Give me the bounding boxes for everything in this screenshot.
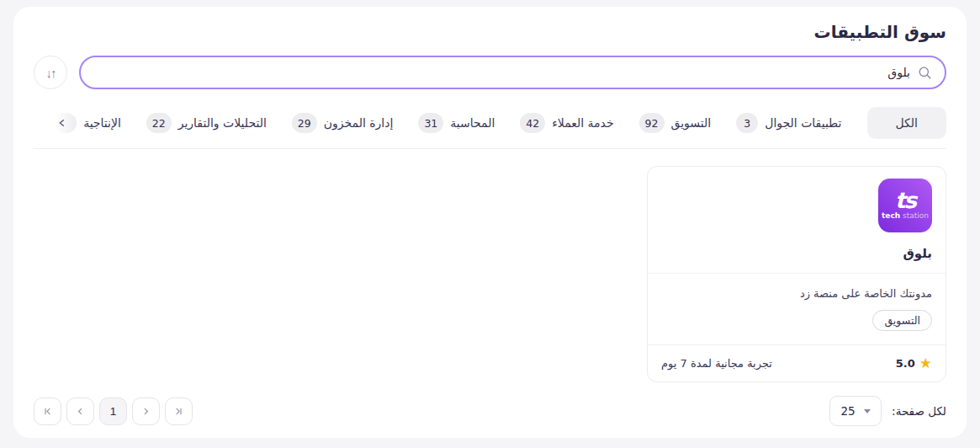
search-box[interactable] bbox=[79, 56, 946, 89]
tabs-row: الكل تطبيقات الجوال 3 التسويق 92 خدمة ال… bbox=[34, 104, 946, 141]
chevron-left-icon bbox=[56, 116, 69, 130]
tab-marketing[interactable]: التسويق 92 bbox=[639, 113, 712, 133]
previous-page-button[interactable] bbox=[66, 397, 94, 425]
rating-value: 5.0 bbox=[896, 357, 915, 370]
search-icon bbox=[917, 65, 933, 81]
app-logo-text: tech station bbox=[882, 211, 929, 221]
tab-label: المحاسبة bbox=[450, 116, 495, 130]
tab-label: التحليلات والتقارير bbox=[178, 116, 267, 130]
app-market-panel: سوق التطبيقات ↑↓ الكل تطبيقات الجوال 3 ا… bbox=[13, 7, 967, 438]
search-row: ↑↓ bbox=[34, 56, 946, 89]
apps-grid: ts tech station بلوق مدونتك الخاصة على م… bbox=[34, 149, 946, 387]
app-card[interactable]: ts tech station بلوق مدونتك الخاصة على م… bbox=[647, 166, 946, 382]
search-input[interactable] bbox=[93, 66, 910, 79]
tab-count-badge: 42 bbox=[520, 113, 545, 133]
tab-label: التسويق bbox=[671, 116, 712, 130]
app-description: مدونتك الخاصة على منصة زد bbox=[661, 274, 932, 310]
per-page-label: لكل صفحة: bbox=[892, 404, 946, 418]
tab-analytics-reports[interactable]: التحليلات والتقارير 22 bbox=[146, 113, 267, 133]
page-number-button[interactable]: 1 bbox=[99, 397, 127, 425]
next-page-button[interactable] bbox=[132, 397, 160, 425]
caret-down-icon bbox=[864, 409, 871, 413]
tab-count-badge: 29 bbox=[292, 113, 317, 133]
tab-label: تطبيقات الجوال bbox=[765, 116, 841, 130]
tab-label: الكل bbox=[896, 116, 919, 130]
tab-inventory[interactable]: إدارة المخزون 29 bbox=[292, 113, 394, 133]
chevron-right-icon bbox=[140, 405, 152, 418]
tab-count-badge: 92 bbox=[639, 113, 665, 133]
first-page-button[interactable] bbox=[34, 397, 61, 425]
per-page-control: لكل صفحة: 25 bbox=[829, 396, 946, 426]
page-footer: لكل صفحة: 25 1 bbox=[34, 387, 946, 426]
star-icon: ★ bbox=[919, 356, 932, 371]
sort-button[interactable]: ↑↓ bbox=[34, 56, 67, 89]
tab-all[interactable]: الكل bbox=[867, 107, 947, 139]
tab-label: إدارة المخزون bbox=[324, 116, 394, 130]
tabs-overflow-fade bbox=[30, 104, 76, 141]
app-rating: ★ 5.0 bbox=[896, 356, 932, 371]
per-page-select[interactable]: 25 bbox=[829, 396, 882, 426]
tab-accounting[interactable]: المحاسبة 31 bbox=[418, 113, 495, 133]
app-logo: ts tech station bbox=[878, 179, 932, 232]
page-title: سوق التطبيقات bbox=[34, 22, 946, 42]
tab-count-badge: 31 bbox=[418, 113, 443, 133]
tab-count-badge: 22 bbox=[146, 113, 172, 133]
chevron-left-icon bbox=[74, 405, 87, 418]
first-page-icon bbox=[41, 405, 54, 418]
trial-text: تجربة مجانية لمدة 7 يوم bbox=[661, 357, 772, 370]
pagination: 1 bbox=[34, 397, 193, 425]
tab-count-badge: 3 bbox=[736, 113, 758, 133]
tab-label: الإنتاجية bbox=[83, 116, 121, 130]
sort-icon: ↑↓ bbox=[46, 66, 56, 80]
tab-label: خدمة العملاء bbox=[552, 116, 613, 130]
app-logo-mark: ts bbox=[895, 190, 915, 211]
app-category-tag[interactable]: التسويق bbox=[872, 310, 932, 331]
app-card-footer: ★ 5.0 تجربة مجانية لمدة 7 يوم bbox=[661, 345, 932, 381]
tabs-scroll-left-button[interactable] bbox=[56, 116, 69, 130]
app-name: بلوق bbox=[661, 241, 932, 273]
per-page-value: 25 bbox=[841, 404, 856, 418]
last-page-button[interactable] bbox=[165, 397, 193, 425]
last-page-icon bbox=[172, 405, 185, 418]
tab-customer-service[interactable]: خدمة العملاء 42 bbox=[520, 113, 613, 133]
tab-mobile-apps[interactable]: تطبيقات الجوال 3 bbox=[736, 113, 841, 133]
category-tabs: الكل تطبيقات الجوال 3 التسويق 92 خدمة ال… bbox=[34, 104, 946, 141]
